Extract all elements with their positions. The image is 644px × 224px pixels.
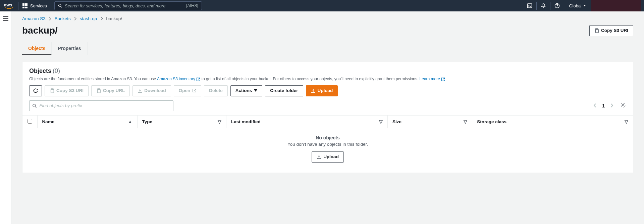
select-all-checkbox[interactable] <box>28 119 32 124</box>
hamburger-button[interactable] <box>3 16 8 224</box>
table-settings-button[interactable] <box>620 102 626 109</box>
empty-title: No objects <box>22 135 633 140</box>
panel-title: Objects <box>29 68 51 74</box>
create-folder-button[interactable]: Create folder <box>265 85 303 96</box>
pagination: 1 <box>591 102 615 109</box>
svg-point-10 <box>33 104 36 107</box>
region-selector[interactable]: Global <box>564 3 591 8</box>
external-link-icon <box>441 77 445 81</box>
sort-asc-icon: ▲ <box>128 119 132 124</box>
empty-state: No objects You don't have any objects in… <box>22 128 633 173</box>
search-icon <box>58 3 62 8</box>
copy-icon <box>96 88 101 93</box>
copy-s3-uri-button[interactable]: Copy S3 URI <box>45 85 89 96</box>
search-icon <box>32 103 37 108</box>
services-button[interactable]: Services <box>18 0 51 11</box>
objects-panel: Objects (0) Objects are the fundamental … <box>22 62 633 173</box>
svg-rect-2 <box>528 4 532 8</box>
svg-rect-7 <box>595 30 598 33</box>
external-link-icon <box>196 77 200 81</box>
search-shortcut: [Alt+S] <box>186 3 198 8</box>
cloudshell-icon <box>527 3 532 8</box>
svg-line-1 <box>61 6 62 7</box>
delete-button[interactable]: Delete <box>204 85 228 96</box>
col-size[interactable]: Size <box>392 119 401 124</box>
notifications-button[interactable] <box>537 0 550 11</box>
col-storage-class[interactable]: Storage class <box>477 119 506 124</box>
svg-point-0 <box>58 4 61 7</box>
breadcrumb-bucket-name[interactable]: stash-qa <box>80 16 97 21</box>
breadcrumb-buckets[interactable]: Buckets <box>55 16 71 21</box>
top-nav-left: aws Services [Alt+S] <box>0 0 202 11</box>
breadcrumb-amazon-s3[interactable]: Amazon S3 <box>22 16 46 21</box>
chevron-down-icon <box>583 5 586 7</box>
tabs: Objects Properties <box>22 42 633 55</box>
prefix-input[interactable] <box>39 103 170 108</box>
page-prev[interactable] <box>591 102 598 109</box>
search-box[interactable]: [Alt+S] <box>54 1 202 10</box>
services-grid-icon <box>22 3 28 8</box>
copy-url-button[interactable]: Copy URL <box>91 85 130 96</box>
tab-objects[interactable]: Objects <box>22 42 52 55</box>
sort-icon: ▽ <box>625 119 628 124</box>
region-label: Global <box>569 3 582 8</box>
open-button[interactable]: Open <box>174 85 202 96</box>
top-nav-right: Global <box>523 0 641 11</box>
col-type[interactable]: Type <box>142 119 153 124</box>
copy-s3-uri-top-button[interactable]: Copy S3 URI <box>589 25 633 36</box>
download-button[interactable]: Download <box>132 85 171 96</box>
hamburger-icon <box>3 16 8 21</box>
top-nav: aws Services [Alt+S] Global <box>0 0 644 11</box>
services-label: Services <box>30 3 47 8</box>
col-last-modified[interactable]: Last modified <box>231 119 261 124</box>
chevron-right-icon <box>611 103 613 107</box>
panel-count: (0) <box>53 68 60 74</box>
search-input[interactable] <box>65 3 186 8</box>
svg-point-12 <box>623 104 624 106</box>
svg-line-11 <box>35 106 36 107</box>
gear-icon <box>620 102 626 108</box>
chevron-right-icon <box>49 17 51 20</box>
page-title: backup/ <box>22 25 58 36</box>
prefix-filter[interactable] <box>29 100 173 111</box>
chevron-right-icon <box>101 17 103 20</box>
side-rail <box>0 11 11 224</box>
help-icon <box>554 3 560 8</box>
link-s3-inventory[interactable]: Amazon S3 inventory <box>157 77 200 81</box>
page-next[interactable] <box>609 102 615 109</box>
caret-down-icon <box>254 89 257 92</box>
upload-icon <box>317 154 321 159</box>
col-name[interactable]: Name <box>42 119 55 124</box>
link-learn-more[interactable]: Learn more <box>420 77 445 81</box>
copy-s3-uri-top-label: Copy S3 URI <box>601 28 628 34</box>
help-button[interactable] <box>550 0 564 11</box>
sort-icon: ▽ <box>379 119 383 124</box>
empty-subtitle: You don't have any objects in this folde… <box>22 142 633 147</box>
aws-logo[interactable]: aws <box>0 0 18 11</box>
copy-icon <box>594 28 599 33</box>
page-current: 1 <box>602 103 605 108</box>
sort-icon: ▽ <box>464 119 467 124</box>
chevron-right-icon <box>74 17 76 20</box>
actions-dropdown[interactable]: Actions <box>230 85 263 96</box>
external-link-icon <box>192 89 196 93</box>
download-icon <box>138 88 142 93</box>
breadcrumb-current: backup/ <box>106 16 122 21</box>
breadcrumbs: Amazon S3 Buckets stash-qa backup/ <box>22 16 633 21</box>
copy-icon <box>50 88 54 93</box>
refresh-button[interactable] <box>29 85 42 96</box>
account-menu[interactable] <box>591 0 641 11</box>
svg-rect-9 <box>98 90 101 93</box>
upload-button[interactable]: Upload <box>306 85 338 96</box>
cloudshell-button[interactable] <box>523 0 536 11</box>
action-row: Copy S3 URI Copy URL Download Open Delet… <box>22 81 633 96</box>
empty-upload-button[interactable]: Upload <box>312 151 344 163</box>
objects-table: Name▲ Type▽ Last modified▽ Size▽ Storage <box>22 115 633 173</box>
upload-icon <box>311 88 316 93</box>
bell-icon <box>541 3 546 8</box>
sort-icon: ▽ <box>218 119 221 124</box>
refresh-icon <box>33 88 38 93</box>
main-content: Amazon S3 Buckets stash-qa backup/ backu… <box>11 11 644 224</box>
chevron-left-icon <box>593 103 596 107</box>
tab-properties[interactable]: Properties <box>52 42 87 55</box>
